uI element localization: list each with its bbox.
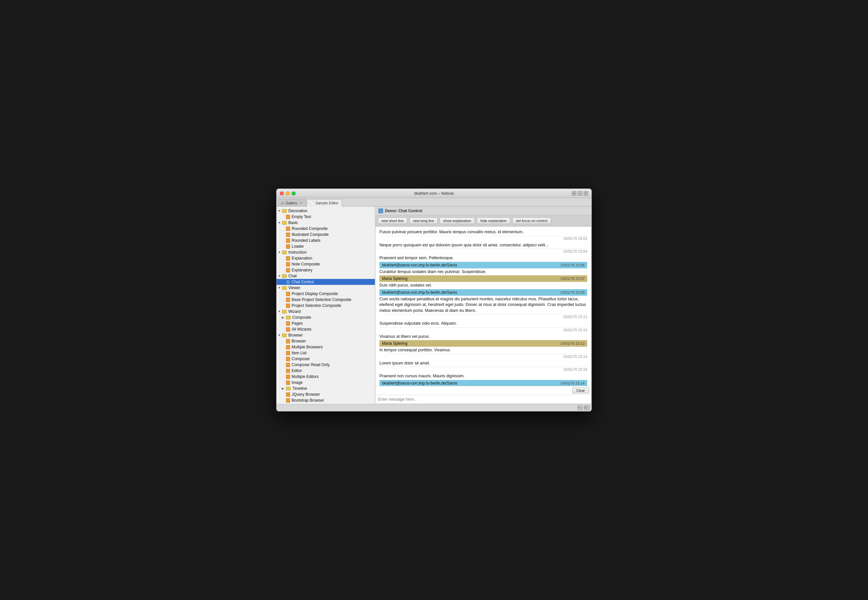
page-icon	[286, 292, 290, 296]
tab-gallery[interactable]: 🗂 Gallery ✕	[278, 199, 306, 206]
toolbar-btn-set-focus-on-control[interactable]: set focus on control	[512, 217, 551, 224]
sidebar-item-basic[interactable]: ▼Basic	[277, 220, 375, 226]
chat-messages[interactable]: Fusce pulvinar posuere porttitor. Mauris…	[375, 226, 591, 386]
msg-timestamp: 15/01/70 23:02	[380, 236, 587, 241]
msg-text: Suspendisse vulputate odio eros. Aliquam…	[380, 321, 587, 327]
sidebar-item-label: Multiple Browsers	[292, 345, 323, 349]
sidebar-item-instruction[interactable]: ▼Instruction	[277, 249, 375, 255]
msg-sender-blue: bkahlert@saros-con.imp.fu-berlin.de/Saro…	[380, 289, 587, 296]
sidebar-item-viewer[interactable]: ▼Viewer	[277, 285, 375, 291]
message-input[interactable]	[375, 395, 591, 404]
tab-sample-editor[interactable]: 📄 Sample Editor	[307, 199, 342, 207]
sidebar-item-base-project-selection-composite[interactable]: Base Project Selection Composite	[277, 297, 375, 303]
page-icon	[286, 233, 290, 237]
sidebar-item-label: Basic	[288, 220, 298, 225]
page-icon	[286, 304, 290, 308]
sidebar-item-all-wizards[interactable]: All Wizards	[277, 326, 375, 332]
sidebar-toggle-icon[interactable]: ⇔	[572, 191, 576, 196]
page-icon	[286, 327, 290, 332]
page-icon	[286, 262, 290, 267]
sidebar-item-label: Browser	[288, 333, 303, 338]
sidebar-item-label: Wizard	[288, 309, 301, 314]
sidebar-item-rounded-labels[interactable]: Rounded Labels	[277, 238, 375, 244]
folder-icon	[282, 251, 287, 254]
msg-block: Praesent sed tempor sem. Pellentesque.	[380, 255, 587, 261]
msg-block: Cum sociis natoque penatibus et magnis d…	[380, 296, 587, 319]
msg-block: Praesent non cursus mauris. Mauris digni…	[380, 373, 587, 379]
restore-icon[interactable]: □	[584, 191, 588, 196]
minimize-icon[interactable]: −	[578, 191, 582, 196]
sidebar-item-timeline[interactable]: ▶Timeline	[277, 386, 375, 391]
close-button[interactable]	[280, 191, 284, 195]
sidebar-item-label: Image	[292, 380, 302, 385]
sidebar-item-explanatory[interactable]: Explanatory	[277, 267, 375, 273]
sidebar-item-illustrated-composite[interactable]: Illustrated Composite	[277, 232, 375, 238]
sidebar-item-chat[interactable]: ▼Chat	[277, 273, 375, 279]
sidebar-item-label: Bootstrap Browser	[292, 398, 324, 403]
bottom-minimize-icon[interactable]: −	[578, 406, 583, 410]
sidebar: ▼DecorationEmpty Text▼BasicRounded Compo…	[277, 207, 375, 404]
page-icon	[286, 244, 290, 249]
page-icon	[286, 380, 290, 385]
sidebar-item-image[interactable]: Image	[277, 380, 375, 386]
msg-block: In tempor consequat porttitor. Vivamus.1…	[380, 347, 587, 359]
msg-text: Vivamus at libero vel purus.	[380, 334, 587, 340]
page-icon	[286, 351, 290, 355]
page-icon	[286, 375, 290, 379]
msg-timestamp: 15/01/70 23:12	[380, 327, 587, 332]
clear-button[interactable]: Clear	[572, 388, 589, 393]
sidebar-item-browser[interactable]: ▼Browser	[277, 332, 375, 338]
sidebar-item-composer[interactable]: Composer	[277, 356, 375, 362]
msg-block: Fusce pulvinar posuere porttitor. Mauris…	[380, 229, 587, 241]
sidebar-item-label: Pages	[292, 321, 303, 326]
sidebar-item-rounded-composite[interactable]: Rounded Composite	[277, 226, 375, 232]
folder-icon	[282, 274, 287, 278]
toolbar-btn-new-short-line[interactable]: new short line	[378, 217, 407, 224]
panel-header: Demo: Chat Control	[375, 207, 591, 215]
toolbar-btn-hide-explanation[interactable]: hide explanation	[477, 217, 510, 224]
page-icon	[286, 357, 290, 361]
sidebar-item-bootstrap-browser[interactable]: Bootstrap Browser	[277, 397, 375, 403]
tree-arrow: ▼	[278, 310, 281, 313]
sidebar-item-project-selection-composite[interactable]: Project Selection Composite	[277, 303, 375, 309]
sidebar-item-explanation[interactable]: Explanation	[277, 255, 375, 261]
msg-block: Vivamus at libero vel purus.	[380, 334, 587, 340]
toolbar-btn-new-long-line[interactable]: new long line	[409, 217, 438, 224]
msg-text: Praesent non cursus mauris. Mauris digni…	[380, 373, 587, 379]
folder-icon	[282, 209, 287, 213]
sidebar-item-multiple-editors[interactable]: Multiple Editors	[277, 374, 375, 380]
tree-arrow: ▶	[282, 387, 285, 390]
bottom-restore-icon[interactable]: □	[584, 406, 590, 410]
sidebar-item-empty-text[interactable]: Empty Text	[277, 214, 375, 220]
sidebar-item-chat-control[interactable]: Chat Control	[277, 279, 375, 285]
toolbar-btn-show-explanation[interactable]: show explanation	[440, 217, 475, 224]
maximize-button[interactable]	[292, 191, 296, 195]
sidebar-item-label: Empty Text	[292, 214, 311, 219]
msg-block: Duis nibh purus, sodales vel.	[380, 283, 587, 288]
sidebar-item-pages[interactable]: Pages	[277, 320, 375, 326]
sidebar-item-note-composite[interactable]: Note Composite	[277, 261, 375, 267]
sidebar-item-project-display-composite[interactable]: Project Display Composite	[277, 291, 375, 297]
sidebar-item-decoration[interactable]: ▼Decoration	[277, 208, 375, 214]
sidebar-item-item-list[interactable]: Item List	[277, 350, 375, 356]
sidebar-item-label: Browser	[292, 339, 306, 344]
folder-icon	[282, 310, 287, 314]
sidebar-item-jquery-browser[interactable]: JQuery Browser	[277, 391, 375, 397]
tab-gallery-close[interactable]: ✕	[300, 201, 302, 205]
folder-icon	[286, 387, 291, 391]
sidebar-item-composite[interactable]: ▶Composite	[277, 314, 375, 320]
sidebar-item-browser[interactable]: Browser	[277, 338, 375, 344]
sidebar-item-multiple-browsers[interactable]: Multiple Browsers	[277, 344, 375, 350]
sidebar-item-loader[interactable]: Loader	[277, 244, 375, 249]
sidebar-item-composer-read-only[interactable]: Composer Read Only	[277, 362, 375, 368]
msg-timestamp: 15/01/70 23:16	[380, 367, 587, 371]
sender-name: Maria Spiering	[382, 341, 407, 346]
sender-name: bkahlert@saros-con.imp.fu-berlin.de/Saro…	[382, 263, 457, 267]
sidebar-item-wizard[interactable]: ▼Wizard	[277, 309, 375, 314]
minimize-button[interactable]	[286, 191, 290, 195]
msg-timestamp: 15/01/70 23:14	[380, 354, 587, 359]
sidebar-item-editor[interactable]: Editor	[277, 368, 375, 374]
sidebar-item-joint-js[interactable]: Joint JS	[277, 403, 375, 404]
msg-block: Lorem ipsum dolor sit amet.15/01/70 23:1…	[380, 361, 587, 372]
folder-icon	[282, 286, 287, 290]
